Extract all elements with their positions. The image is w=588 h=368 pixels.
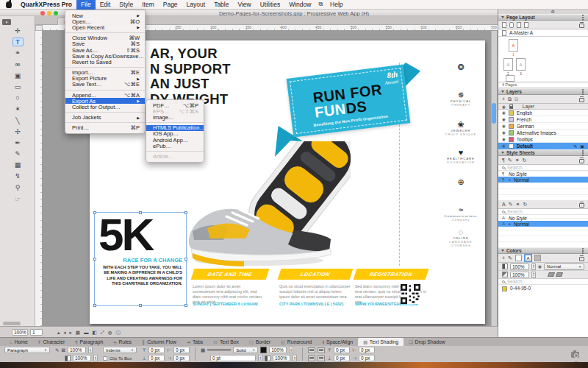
page-up-icon[interactable]: ▴ [57,328,60,336]
blend-option-icon[interactable] [556,272,563,277]
style-row-normal[interactable]: ¶+Normal [498,177,588,183]
scale-x-field[interactable]: 100% [68,347,86,353]
line-style-dropdown[interactable]: Solid▼ [233,347,258,353]
page-2-thumbnail[interactable]: A [503,58,513,71]
master-page-row[interactable]: A-Master A [498,29,588,37]
style-row-no-style[interactable]: ¶No Style [498,171,588,177]
page-3-thumbnail[interactable]: A [516,58,526,71]
vertical-scrollbar-thumb[interactable] [492,103,496,124]
file-menu-item-revert-to-saved[interactable]: Revert to Saved [65,59,145,65]
apple-menu-icon[interactable] [6,1,12,8]
menubar-item-view[interactable]: View [233,0,255,10]
page-1-thumbnail[interactable]: A [509,39,518,52]
text-linking-tool[interactable]: ⚭ [12,49,24,57]
delete-color-trash-icon[interactable] [579,255,584,261]
tables-tool[interactable]: ▦ [12,160,24,169]
single-page-view-icon[interactable]: ▬ [84,328,89,336]
layer-row-english[interactable]: ◉English [498,110,588,116]
delete-page-trash-icon[interactable] [579,22,584,28]
spread-view-icon[interactable]: ◧ [92,328,96,336]
layer-row-alternative-images[interactable]: ◉Alternative Images [498,130,588,136]
vertical-scrollbar[interactable] [491,31,497,326]
character-style-search[interactable]: Search [498,209,588,215]
measurement-tab-paragraph[interactable]: ¶Paragraph [70,338,108,346]
delete-layer-trash-icon[interactable] [579,96,584,102]
picture-content-tool[interactable]: ▣ [12,71,24,80]
blend-mode-dropdown[interactable]: Normal▼ [544,263,584,270]
zoom-tool[interactable]: ⚲ [12,183,24,192]
export-preview-icon[interactable]: ⤢ [101,328,104,336]
horizontal-scrollbar-thumb[interactable] [3,322,21,325]
export-submenu-item-article[interactable]: Article… [146,153,204,159]
visibility-eye-icon[interactable]: ◉ [502,124,506,128]
measurement-tab-tabs[interactable]: ⇥Tabs [182,338,208,346]
edit-style-pencil-icon[interactable]: ✎ [509,202,513,208]
link-style-icon[interactable]: ⚭ [515,158,520,163]
info-icon[interactable]: ⓘ [115,328,121,336]
colors-panel-header[interactable]: Colors [498,247,588,254]
masters-view-icon[interactable]: ▦ [76,328,80,336]
pan-tool[interactable]: ☞ [12,194,24,203]
update-style-icon[interactable]: ↻ [523,202,527,208]
oval-box-tool[interactable]: ○ [12,93,24,102]
palette-settings-gear-icon[interactable]: ⚙ [551,9,555,14]
tab-grid-icon[interactable]: ▦ [201,347,205,353]
line-width-field[interactable]: 0 pt [210,355,256,361]
panel-menu-icon[interactable] [582,91,584,93]
line-opacity-stepper[interactable] [293,355,297,361]
link-style-icon[interactable]: ⚭ [516,202,520,208]
file-menu-item-collect-for-output[interactable]: Collect for Output… [65,104,145,110]
top-offset-field[interactable]: 0 px [148,347,165,353]
layers-panel-header[interactable]: Layers [498,88,588,95]
measurement-tab-runaround[interactable]: ◱Runaround [276,338,317,346]
menubar-item-page[interactable]: Page [159,0,182,10]
export-submenu-item-epub[interactable]: ePub… [146,143,204,149]
menubar-item-edit[interactable]: Edit [96,0,115,10]
measurement-tab-character[interactable]: TCharacter [33,338,71,346]
measurement-tab-home[interactable]: ⌂Home [4,338,33,346]
blend-option-icon[interactable] [548,272,555,277]
opacity-value-field[interactable]: 100% [510,272,529,278]
bottom-inset-field[interactable]: 0 px [334,355,350,361]
indents-dropdown[interactable]: Indents▼ [103,347,137,353]
align-bottom-button[interactable] [308,355,315,361]
line-shade-stepper[interactable] [289,347,293,353]
scale-y-field[interactable]: 100% [73,355,91,361]
opacity-stepper[interactable] [531,272,536,278]
page-prev-icon[interactable]: ◂ [63,328,65,336]
page-number-field[interactable]: 1 [30,329,43,336]
measurement-tab-text-box[interactable]: ▭Text Box [208,338,244,346]
disclosure-triangle-icon[interactable] [501,250,504,252]
ruler-origin-box[interactable] [35,25,43,31]
line-shade-field[interactable]: 100% [269,347,287,353]
format-pencil-icon[interactable]: ✎ [55,347,59,353]
rectangle-box-tool[interactable]: ▭ [12,82,24,91]
shade-value-field[interactable]: 100% [510,263,529,270]
clear-format-icon[interactable]: ⊠ [61,347,65,353]
bottom-offset-field[interactable]: 0 px [148,355,165,361]
rounded-page-icon[interactable] [509,22,514,28]
menubar-item-window[interactable]: Window [284,0,315,10]
menubar-item-style[interactable]: Style [115,0,137,10]
edit-color-pencil-icon[interactable]: ✎ [508,255,512,261]
item-tool[interactable]: ✛ [12,26,24,35]
align-center-button[interactable] [318,347,325,353]
zoom-level-field[interactable]: 100% [12,329,28,336]
layer-item-icon[interactable]: ▣ [580,144,584,149]
visibility-eye-icon[interactable]: ◉ [502,144,506,148]
delete-style-trash-icon[interactable] [579,158,584,163]
color-search[interactable]: Search [498,279,588,285]
layer-row-tooltips[interactable]: ◉Tooltips [498,136,588,143]
new-layer-icon[interactable]: + [502,96,505,102]
view-set-icon[interactable]: ◍ [108,328,112,336]
measurement-tab-rules[interactable]: ╤Rules [108,338,137,346]
vertical-ruler[interactable] [35,31,43,326]
panel-menu-icon[interactable] [582,250,584,252]
left-inset-field[interactable]: 0 px [359,347,375,353]
selection-handle[interactable] [93,211,96,214]
freehand-drawing-tool[interactable]: ✎ [12,149,24,158]
starburst-tool[interactable]: ✶ [12,105,24,113]
update-style-icon[interactable]: ↻ [523,158,527,163]
style-row-normal[interactable]: A+Normal [498,221,588,227]
scale-x-stepper[interactable] [88,347,93,353]
